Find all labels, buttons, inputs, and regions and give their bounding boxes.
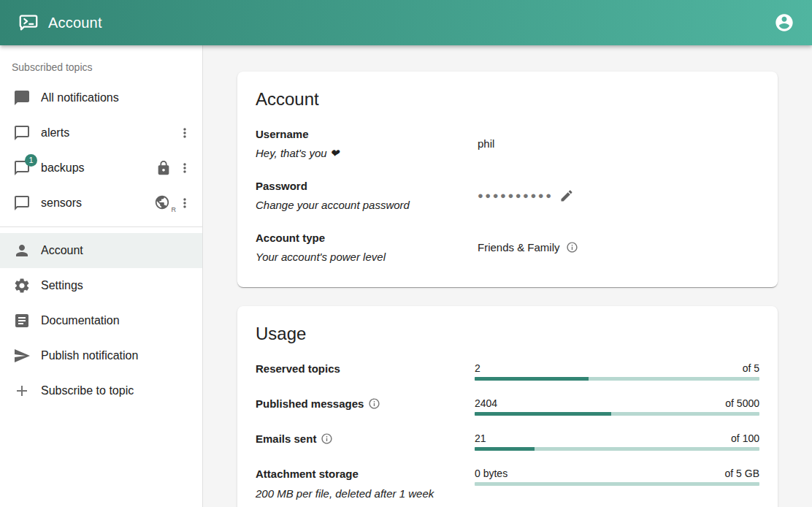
app-header: Account (0, 0, 812, 45)
article-icon (13, 312, 31, 329)
sidebar-item-all-notifications[interactable]: All notifications (0, 80, 202, 115)
person-icon (13, 242, 31, 259)
account-card-title: Account (256, 89, 759, 110)
attachment-storage-row: Attachment storage 200 MB per file, dele… (256, 467, 759, 500)
nav-label: Account (41, 244, 192, 257)
plus-icon (13, 382, 31, 400)
account-card: Account Username Hey, that's you ❤ phil … (237, 72, 778, 287)
chat-bubble-outline-icon (13, 124, 31, 142)
published-messages-label: Published messages (256, 397, 475, 411)
account-type-value: Friends & Family (478, 241, 560, 254)
edit-password-pencil-icon[interactable] (559, 188, 574, 203)
username-description: Hey, that's you ❤ (256, 146, 478, 161)
password-description: Change your account password (256, 198, 478, 213)
progress-bar (475, 377, 759, 381)
password-label: Password (256, 179, 478, 194)
reserved-topics-meter: 2 of 5 (475, 362, 759, 381)
usage-card-title: Usage (256, 324, 759, 344)
account-type-label: Account type (256, 231, 478, 245)
sidebar-item-settings[interactable]: Settings (0, 268, 202, 303)
attachment-storage-limit: of 5 GB (725, 468, 759, 479)
topic-label: sensors (41, 197, 154, 210)
sidebar-item-subscribe-to-topic[interactable]: Subscribe to topic (0, 373, 202, 408)
account-type-description: Your account's power level (256, 250, 478, 264)
send-icon (13, 347, 31, 365)
lock-icon (156, 160, 172, 176)
nav-label: Settings (41, 279, 192, 292)
ntfy-logo-icon (18, 12, 39, 34)
sidebar-divider (0, 226, 202, 227)
progress-fill (475, 447, 535, 451)
published-messages-row: Published messages 2404 of 5000 (256, 397, 759, 416)
password-value: ●●●●●●●●●● (478, 188, 759, 203)
info-icon[interactable] (321, 432, 333, 445)
attachment-storage-label-block: Attachment storage 200 MB per file, dele… (256, 467, 475, 500)
globe-reserved-icon: R (154, 194, 172, 212)
attachment-storage-label: Attachment storage (256, 467, 475, 481)
topic-label: alerts (41, 126, 177, 140)
sidebar-item-sensors[interactable]: sensors R (0, 186, 202, 221)
unread-count-badge: 1 (25, 154, 37, 167)
reserved-topics-current: 2 (475, 362, 480, 374)
reserved-topics-label: Reserved topics (256, 362, 475, 376)
username-value: phil (478, 137, 759, 150)
published-messages-meter: 2404 of 5000 (475, 397, 759, 416)
account-circle-icon[interactable] (774, 12, 794, 33)
reserved-topics-row: Reserved topics 2 of 5 (256, 362, 759, 381)
password-masked-value: ●●●●●●●●●● (478, 190, 554, 201)
topic-label: All notifications (41, 91, 192, 104)
chat-bubble-outline-icon (13, 194, 31, 212)
nav-label: Documentation (41, 314, 192, 327)
reserved-topics-limit: of 5 (743, 362, 759, 374)
sidebar-item-alerts[interactable]: alerts (0, 115, 202, 150)
sidebar-item-backups[interactable]: 1 backups (0, 150, 202, 186)
page-title: Account (48, 15, 102, 31)
sidebar: Subscribed topics All notifications aler… (0, 45, 203, 507)
gear-icon (13, 277, 31, 294)
published-messages-current: 2404 (475, 397, 497, 409)
subscribed-topics-label: Subscribed topics (0, 51, 202, 80)
username-row: Username Hey, that's you ❤ phil (256, 127, 759, 160)
emails-sent-current: 21 (475, 432, 486, 444)
reserved-marker: R (172, 206, 177, 213)
published-messages-limit: of 5000 (725, 397, 759, 409)
attachment-storage-meter: 0 bytes of 5 GB (475, 467, 759, 486)
attachment-storage-note: 200 MB per file, deleted after 1 week (256, 487, 475, 500)
progress-fill (475, 412, 611, 416)
attachment-storage-current: 0 bytes (475, 468, 508, 479)
password-row: Password Change your account password ●●… (256, 179, 759, 212)
account-type-value-block: Friends & Family (478, 241, 759, 254)
topic-menu-kebab-icon[interactable] (177, 124, 192, 142)
progress-fill (475, 377, 589, 381)
nav-label: Publish notification (41, 349, 192, 362)
password-label-block: Password Change your account password (256, 179, 478, 212)
topic-menu-kebab-icon[interactable] (177, 159, 192, 177)
account-type-row: Account type Your account's power level … (256, 231, 759, 264)
progress-bar (475, 447, 759, 451)
usage-card: Usage Reserved topics 2 of 5 Published m… (237, 306, 778, 507)
info-icon[interactable] (368, 397, 380, 410)
info-icon[interactable] (566, 241, 578, 254)
chat-bubble-outline-icon: 1 (13, 159, 31, 177)
sidebar-item-account[interactable]: Account (0, 233, 202, 268)
sidebar-item-documentation[interactable]: Documentation (0, 303, 202, 338)
username-label: Username (256, 127, 478, 142)
emails-sent-limit: of 100 (731, 432, 759, 444)
account-type-label-block: Account type Your account's power level (256, 231, 478, 264)
sidebar-item-publish-notification[interactable]: Publish notification (0, 338, 202, 373)
emails-sent-meter: 21 of 100 (475, 432, 759, 451)
progress-bar (475, 412, 759, 416)
nav-label: Subscribe to topic (41, 384, 192, 397)
topic-label: backups (41, 161, 156, 175)
chat-bubble-filled-icon (13, 89, 31, 107)
progress-bar (475, 482, 759, 486)
topic-menu-kebab-icon[interactable] (177, 194, 192, 212)
emails-sent-label: Emails sent (256, 432, 475, 446)
emails-sent-row: Emails sent 21 of 100 (256, 432, 759, 451)
main-content: Account Username Hey, that's you ❤ phil … (203, 45, 812, 507)
username-label-block: Username Hey, that's you ❤ (256, 127, 478, 160)
